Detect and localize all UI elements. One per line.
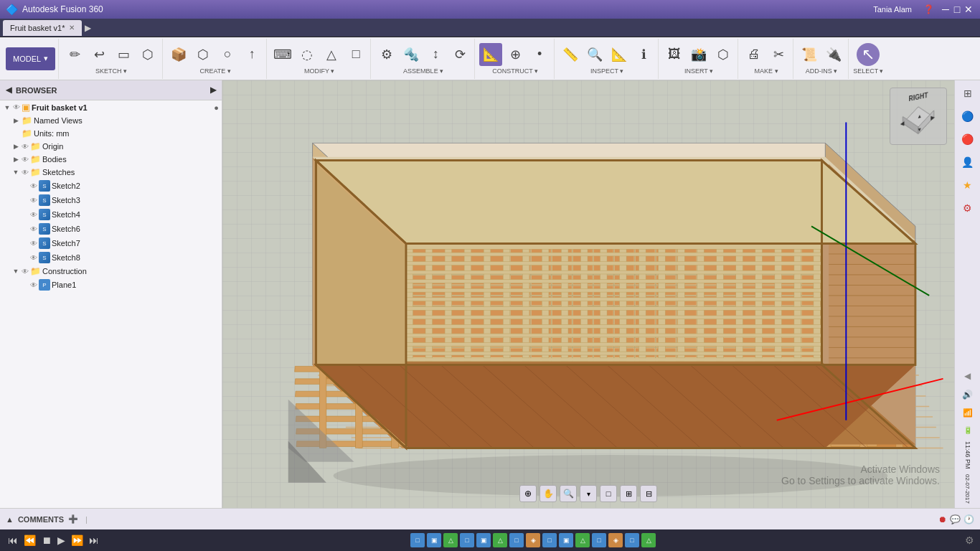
assemble-drive-icon[interactable]: ↕ [424,43,447,66]
right-btn-settings[interactable]: ⚙ [958,198,978,218]
origin-visibility-icon[interactable]: 👁 [22,143,29,151]
browser-expand-icon[interactable]: ▶ [210,85,216,95]
browser-item-sketch6[interactable]: 👁 S Sketch6 [0,222,222,236]
sketch-undo-icon[interactable]: ↩ [88,43,110,66]
sketch-hex-icon[interactable]: ⬡ [136,43,159,66]
sketch4-visibility-icon[interactable]: 👁 [30,211,37,219]
construct-point-icon[interactable]: • [528,43,551,66]
timeline-item-7[interactable]: □ [509,533,524,547]
nav-orbit-icon[interactable]: ⊕ [519,485,537,502]
timeline-item-12[interactable]: □ [592,533,606,547]
minimize-btn[interactable]: ─ [940,4,951,15]
status-clock-icon[interactable]: 🕐 [963,514,974,524]
browser-item-bodies[interactable]: ▶ 👁 📁 Bodies [0,153,222,166]
construct-label[interactable]: CONSTRUCT ▾ [492,67,538,75]
timeline-next-icon[interactable]: ⏩ [69,534,85,546]
timeline-item-15[interactable]: △ [641,533,656,547]
document-tab[interactable]: Fruit basket v1* ✕ [3,20,82,36]
create-extrude-icon[interactable]: ↑ [240,43,263,66]
insert-canvas-icon[interactable]: 🖼 [663,43,686,66]
insert-label[interactable]: INSERT ▾ [684,67,713,75]
right-btn-chrome[interactable]: 🔵 [958,106,978,126]
viewport[interactable]: RIGHT ▲ ◀ ▶ ▼ Activate Windows Go to Set… [222,80,954,508]
make-laser-icon[interactable]: ✂ [767,43,790,66]
timeline-item-9[interactable]: □ [542,533,557,547]
right-btn-chrome2[interactable]: 🔴 [958,129,978,149]
inspect-model-icon[interactable]: ℹ [632,43,655,66]
timeline-item-1[interactable]: □ [410,533,425,547]
tab-scroll-right[interactable]: ▶ [85,23,91,33]
construct-axis-icon[interactable]: ⊕ [504,43,527,66]
right-sidebar-collapse[interactable]: ◀ [961,368,974,384]
create-label[interactable]: CREATE ▾ [199,67,230,75]
nav-zoom-icon[interactable]: 🔍 [560,485,577,502]
browser-item-sketch8[interactable]: 👁 S Sketch8 [0,250,222,265]
right-sidebar-volume[interactable]: 🔊 [959,387,976,402]
status-record-icon[interactable]: ⏺ [938,514,947,524]
make-3dprint-icon[interactable]: 🖨 [743,43,765,66]
inspect-analysis-icon[interactable]: 🔍 [583,43,606,66]
browser-collapse-icon[interactable]: ◀ [6,85,11,95]
root-visibility-icon[interactable]: 👁 [13,103,20,111]
status-comment-icon[interactable]: 💬 [950,514,961,524]
nav-fit-icon[interactable]: □ [600,485,617,502]
user-label[interactable]: Tania Alam [873,5,912,14]
browser-item-origin[interactable]: ▶ 👁 📁 Origin [0,140,222,153]
right-sidebar-wifi[interactable]: 📶 [960,405,976,420]
select-label[interactable]: SELECT ▾ [853,67,883,75]
sketches-visibility-icon[interactable]: 👁 [22,169,29,176]
inspect-label[interactable]: INSPECT ▾ [590,67,623,75]
right-btn-star[interactable]: ★ [958,175,978,195]
comments-add-icon[interactable]: ➕ [68,514,78,524]
help-icon[interactable]: ❓ [923,4,934,14]
addins-store-icon[interactable]: 🔌 [822,43,845,66]
create-box-icon[interactable]: 📦 [167,43,190,66]
browser-root-item[interactable]: ▼ 👁 ▣ Fruit basket v1 ● [0,100,222,114]
addins-scripts-icon[interactable]: 📜 [798,43,821,66]
insert-decal-icon[interactable]: 📸 [687,43,710,66]
nav-display-icon[interactable]: ⊟ [640,485,657,502]
timeline-settings-icon[interactable]: ⚙ [965,534,974,546]
insert-mesh-icon[interactable]: ⬡ [712,43,735,66]
addins-label[interactable]: ADD-INS ▾ [806,67,838,75]
inspect-section-icon[interactable]: 📐 [608,43,631,66]
assemble-motion-icon[interactable]: ⟳ [448,43,471,66]
sketch-label[interactable]: SKETCH ▾ [95,67,127,75]
sketch-create-icon[interactable]: ✏ [63,43,86,66]
timeline-stop-icon[interactable]: ⏹ [39,534,54,546]
browser-item-sketch7[interactable]: 👁 S Sketch7 [0,236,222,250]
tab-close-icon[interactable]: ✕ [69,24,75,32]
view-cube[interactable]: RIGHT ▲ ◀ ▶ ▼ [890,88,947,145]
timeline-play-icon[interactable]: ▶ [55,534,67,546]
browser-item-construction[interactable]: ▼ 👁 📁 Construction [0,265,222,278]
right-btn-grid[interactable]: ⊞ [958,83,978,103]
sketch7-visibility-icon[interactable]: 👁 [30,240,37,248]
browser-item-sketches[interactable]: ▼ 👁 📁 Sketches [0,166,222,179]
model-button[interactable]: MODEL ▾ [6,47,55,70]
construct-plane-icon[interactable]: 📐 [479,43,502,66]
right-btn-user[interactable]: 👤 [958,152,978,172]
nav-pan-icon[interactable]: ✋ [540,485,557,502]
timeline-item-4[interactable]: □ [460,533,474,547]
timeline-item-8[interactable]: ◈ [526,533,540,547]
nav-grid-icon[interactable]: ⊞ [620,485,637,502]
browser-item-sketch2[interactable]: 👁 S Sketch2 [0,179,222,193]
maximize-btn[interactable]: □ [951,4,963,15]
construction-visibility-icon[interactable]: 👁 [22,268,29,276]
make-label[interactable]: MAKE ▾ [755,67,778,75]
assemble-joint-icon[interactable]: 🔩 [400,43,423,66]
create-cyl-icon[interactable]: ⬡ [192,43,215,66]
timeline-item-3[interactable]: △ [443,533,458,547]
nav-zoom-dropdown[interactable]: ▾ [580,485,597,502]
browser-item-named-views[interactable]: ▶ 📁 Named Views [0,114,222,127]
create-sphere-icon[interactable]: ○ [216,43,239,66]
timeline-item-14[interactable]: □ [625,533,639,547]
timeline-item-13[interactable]: ◈ [608,533,623,547]
close-btn[interactable]: ✕ [963,4,974,15]
modify-press-icon[interactable]: ⌨ [271,43,294,66]
modify-fillet-icon[interactable]: ◌ [296,43,319,66]
sketch-rect-icon[interactable]: ▭ [112,43,135,66]
modify-chamfer-icon[interactable]: △ [320,43,343,66]
assemble-new-icon[interactable]: ⚙ [375,43,398,66]
sketch8-visibility-icon[interactable]: 👁 [30,254,37,262]
